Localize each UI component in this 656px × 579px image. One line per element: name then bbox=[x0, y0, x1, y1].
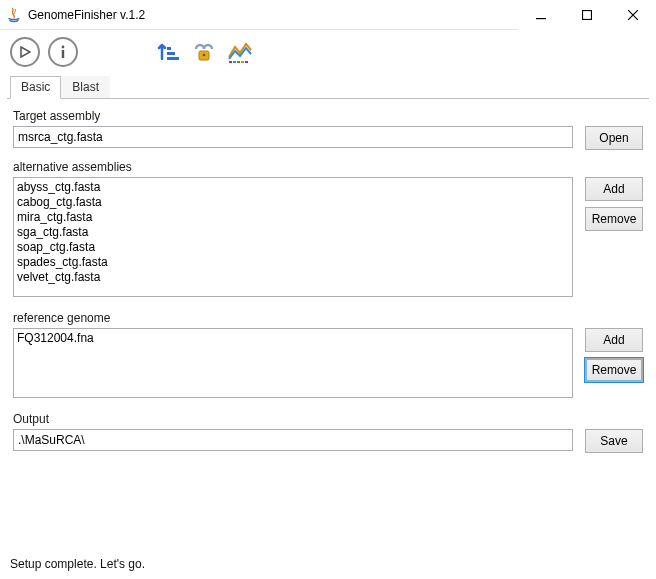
list-item[interactable]: mira_ctg.fasta bbox=[17, 210, 569, 225]
lock-link-button[interactable] bbox=[190, 38, 218, 66]
sort-button[interactable] bbox=[154, 38, 182, 66]
svg-rect-13 bbox=[241, 61, 244, 63]
svg-rect-7 bbox=[167, 57, 179, 60]
java-app-icon bbox=[6, 7, 22, 23]
alt-add-button[interactable]: Add bbox=[585, 177, 643, 201]
svg-rect-1 bbox=[583, 11, 592, 20]
play-icon bbox=[19, 46, 31, 58]
chart-button[interactable] bbox=[226, 38, 254, 66]
toolbar bbox=[0, 30, 656, 74]
minimize-button[interactable] bbox=[518, 0, 564, 30]
panel-basic: Target assembly Open alternative assembl… bbox=[7, 98, 649, 459]
lock-link-icon bbox=[191, 39, 217, 65]
status-text: Setup complete. Let's go. bbox=[10, 557, 145, 571]
ref-remove-button[interactable]: Remove bbox=[585, 358, 643, 382]
svg-rect-10 bbox=[229, 61, 232, 63]
bars-up-icon bbox=[155, 39, 181, 65]
target-input[interactable] bbox=[13, 126, 573, 148]
titlebar: GenomeFinisher v.1.2 bbox=[0, 0, 656, 30]
svg-rect-4 bbox=[62, 50, 64, 58]
section-output: Output Save bbox=[13, 412, 643, 453]
tab-basic[interactable]: Basic bbox=[10, 76, 61, 99]
ref-listbox[interactable]: FQ312004.fna bbox=[13, 328, 573, 398]
list-item[interactable]: spades_ctg.fasta bbox=[17, 255, 569, 270]
output-input[interactable] bbox=[13, 429, 573, 451]
svg-rect-14 bbox=[245, 61, 248, 63]
tab-blast[interactable]: Blast bbox=[61, 76, 110, 98]
svg-rect-12 bbox=[237, 61, 240, 63]
label-ref: reference genome bbox=[13, 311, 643, 325]
list-item[interactable]: soap_ctg.fasta bbox=[17, 240, 569, 255]
open-button[interactable]: Open bbox=[585, 126, 643, 150]
tab-bar: Basic Blast bbox=[0, 74, 656, 98]
ref-add-button[interactable]: Add bbox=[585, 328, 643, 352]
svg-rect-6 bbox=[167, 52, 175, 55]
section-alt: alternative assemblies abyss_ctg.fastaca… bbox=[13, 160, 643, 297]
maximize-button[interactable] bbox=[564, 0, 610, 30]
svg-marker-2 bbox=[21, 47, 30, 57]
info-button[interactable] bbox=[48, 37, 78, 67]
list-item[interactable]: sga_ctg.fasta bbox=[17, 225, 569, 240]
run-button[interactable] bbox=[10, 37, 40, 67]
list-item[interactable]: FQ312004.fna bbox=[17, 331, 569, 346]
svg-point-9 bbox=[203, 54, 206, 57]
window-title: GenomeFinisher v.1.2 bbox=[28, 8, 145, 22]
list-item[interactable]: cabog_ctg.fasta bbox=[17, 195, 569, 210]
svg-point-3 bbox=[62, 46, 65, 49]
svg-rect-11 bbox=[233, 61, 236, 63]
section-ref: reference genome FQ312004.fna Add Remove bbox=[13, 311, 643, 398]
list-item[interactable]: velvet_ctg.fasta bbox=[17, 270, 569, 285]
svg-rect-0 bbox=[536, 18, 546, 19]
close-button[interactable] bbox=[610, 0, 656, 30]
alt-listbox[interactable]: abyss_ctg.fastacabog_ctg.fastamira_ctg.f… bbox=[13, 177, 573, 297]
alt-remove-button[interactable]: Remove bbox=[585, 207, 643, 231]
label-alt: alternative assemblies bbox=[13, 160, 643, 174]
info-icon bbox=[57, 44, 69, 60]
label-target: Target assembly bbox=[13, 109, 643, 123]
section-target: Target assembly Open bbox=[13, 109, 643, 150]
list-item[interactable]: abyss_ctg.fasta bbox=[17, 180, 569, 195]
svg-rect-5 bbox=[167, 47, 171, 50]
save-button[interactable]: Save bbox=[585, 429, 643, 453]
label-output: Output bbox=[13, 412, 643, 426]
line-chart-icon bbox=[227, 39, 253, 65]
